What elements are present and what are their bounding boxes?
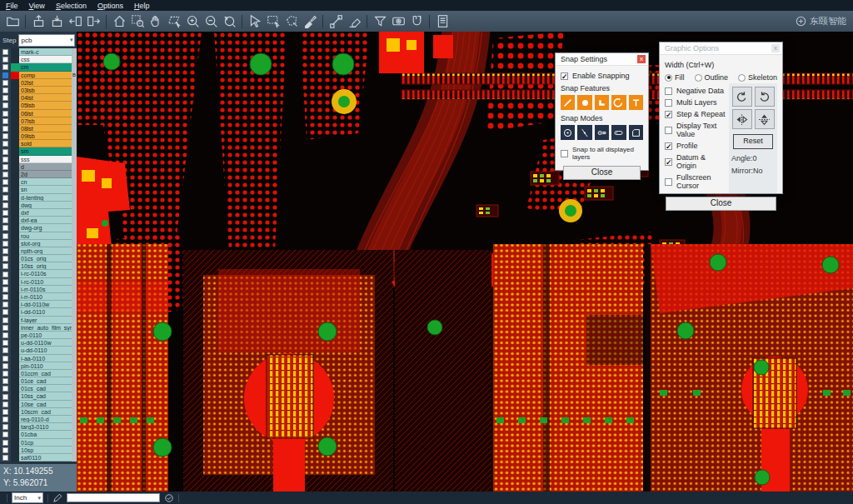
layer-row-01ccm_cad[interactable]: 01ccm_cad bbox=[0, 370, 77, 377]
layer-checkbox[interactable] bbox=[2, 432, 8, 437]
snap-pad-icon[interactable] bbox=[577, 95, 591, 110]
confirm-icon[interactable] bbox=[164, 493, 174, 503]
layer-checkbox[interactable] bbox=[2, 317, 8, 323]
unit-select[interactable]: Inch ▾ bbox=[12, 492, 43, 503]
layer-checkbox[interactable] bbox=[2, 102, 8, 108]
poly-select-icon[interactable] bbox=[282, 12, 301, 30]
layer-row-reg-0110-d[interactable]: reg-0110-d bbox=[0, 416, 77, 423]
layer-checkbox[interactable] bbox=[2, 126, 8, 132]
menu-options[interactable]: Options bbox=[97, 2, 123, 10]
layer-row-sm[interactable]: sm bbox=[0, 147, 77, 155]
layer-checkbox[interactable] bbox=[2, 225, 8, 231]
layer-checkbox[interactable] bbox=[2, 263, 8, 269]
radio-fill[interactable]: Fill bbox=[665, 73, 691, 82]
layer-row-d-tenting[interactable]: d-tenting bbox=[0, 194, 77, 202]
layer-row-dwg-org[interactable]: dwg-org bbox=[0, 224, 77, 232]
snap-line-icon[interactable] bbox=[561, 95, 575, 110]
layer-checkbox[interactable] bbox=[2, 325, 8, 331]
layer-row-pin-0110[interactable]: pin-0110 bbox=[0, 362, 77, 370]
layer-checkbox[interactable] bbox=[2, 179, 8, 185]
report-icon[interactable] bbox=[433, 12, 451, 30]
layer-checkbox[interactable] bbox=[2, 287, 8, 292]
mode-center-icon[interactable] bbox=[561, 125, 575, 140]
command-input[interactable] bbox=[67, 493, 160, 502]
layer-checkbox[interactable] bbox=[2, 309, 8, 315]
layer-row-2d[interactable]: 2d bbox=[0, 171, 77, 178]
rotate-ccw-icon[interactable] bbox=[755, 87, 775, 107]
layer-checkbox[interactable] bbox=[2, 455, 8, 461]
layer-row-i-rr-0110s[interactable]: i-rr-0110s bbox=[0, 286, 77, 293]
layer-checkbox[interactable] bbox=[2, 409, 8, 415]
layer-checkbox[interactable] bbox=[2, 248, 8, 254]
layer-checkbox[interactable] bbox=[2, 57, 8, 62]
layer-row-sn[interactable]: sn bbox=[0, 186, 77, 193]
open-icon[interactable] bbox=[3, 12, 22, 30]
layer-row-08lst[interactable]: 08lst bbox=[0, 125, 77, 132]
layer-row-i-dd-0110[interactable]: i-dd-0110 bbox=[0, 308, 77, 316]
graphic-close-button[interactable]: Close bbox=[666, 197, 776, 211]
area-zoom-icon[interactable] bbox=[165, 12, 183, 30]
layer-row-i-rc-0110[interactable]: i-rc-0110 bbox=[0, 278, 77, 286]
home-icon[interactable] bbox=[110, 12, 128, 30]
radio-outline[interactable]: Outline bbox=[695, 73, 736, 82]
layer-checkbox[interactable] bbox=[2, 64, 8, 70]
layer-checkbox[interactable] bbox=[2, 72, 8, 78]
layer-row-cm[interactable]: cm bbox=[0, 63, 77, 71]
layer-row-09lsb[interactable]: 09lsb bbox=[0, 132, 77, 140]
layer-checkbox[interactable] bbox=[2, 118, 8, 124]
layer-checkbox[interactable] bbox=[2, 371, 8, 377]
layer-checkbox[interactable] bbox=[2, 233, 8, 239]
layer-row-05lsb[interactable]: 05lsb bbox=[0, 102, 77, 109]
layer-row-targ3-0110[interactable]: targ3-0110 bbox=[0, 423, 77, 431]
layer-row-i-aa-0110[interactable]: i-aa-0110 bbox=[0, 355, 77, 362]
menu-view[interactable]: View bbox=[29, 2, 45, 10]
snap-text-icon[interactable] bbox=[629, 95, 643, 110]
layer-checkbox[interactable] bbox=[2, 340, 8, 346]
layer-checkbox[interactable] bbox=[2, 378, 8, 384]
mode-intersection-icon[interactable] bbox=[577, 125, 591, 140]
graphic-dialog-titlebar[interactable]: Graphic Options x bbox=[660, 42, 782, 55]
layer-row-10scm_cad[interactable]: 10scm_cad bbox=[0, 408, 77, 416]
view-prev-icon[interactable] bbox=[66, 12, 84, 30]
layer-row-cn[interactable]: cn bbox=[0, 178, 77, 186]
step-select[interactable]: pcb ▾ bbox=[18, 34, 75, 47]
layer-checkbox[interactable] bbox=[2, 440, 8, 446]
layer-row-sss[interactable]: sss bbox=[0, 156, 77, 163]
layer-checkbox[interactable] bbox=[2, 172, 8, 177]
snap-close-button[interactable]: Close bbox=[563, 166, 641, 180]
mode-slot-open-icon[interactable] bbox=[611, 125, 626, 140]
snap-dialog-titlebar[interactable]: Snap Settings x bbox=[556, 53, 648, 66]
snap-corner-icon[interactable] bbox=[595, 95, 609, 110]
close-icon[interactable]: x bbox=[637, 55, 646, 63]
layer-checkbox[interactable] bbox=[2, 363, 8, 369]
edit-icon[interactable] bbox=[52, 493, 62, 503]
layer-checkbox[interactable] bbox=[2, 164, 8, 170]
layer-row-01ce_cad[interactable]: 01ce_cad bbox=[0, 377, 77, 385]
layer-checkbox[interactable] bbox=[2, 294, 8, 300]
layer-row-rou[interactable]: rou bbox=[0, 232, 77, 240]
layer-row-10ss_orig[interactable]: 10ss_orig bbox=[0, 262, 77, 270]
layer-checkbox[interactable] bbox=[2, 187, 8, 192]
layer-row-dxf-ea[interactable]: dxf-ea bbox=[0, 217, 77, 224]
layer-row-i-dd-0110w[interactable]: i-dd-0110w bbox=[0, 301, 77, 308]
layer-row-i-rc-0110s[interactable]: i-rc-0110s bbox=[0, 270, 77, 277]
layer-row-10ss_cad[interactable]: 10ss_cad bbox=[0, 392, 77, 400]
menu-selection[interactable]: Selection bbox=[56, 2, 87, 10]
layer-checkbox[interactable] bbox=[2, 157, 8, 162]
snap-arc-icon[interactable] bbox=[611, 95, 626, 110]
pointer-icon[interactable] bbox=[246, 12, 264, 30]
layer-row-01cp[interactable]: 01cp bbox=[0, 439, 77, 447]
zoom-reset-icon[interactable] bbox=[220, 12, 238, 30]
layer-checkbox[interactable] bbox=[2, 402, 8, 407]
layer-checkbox[interactable] bbox=[2, 149, 8, 155]
layer-row-slot-org[interactable]: slot-org bbox=[0, 240, 77, 247]
layer-checkbox[interactable] bbox=[2, 256, 8, 262]
layer-row-01cba[interactable]: 01cba bbox=[0, 431, 77, 438]
option-multi-layers[interactable]: Multi Layers bbox=[665, 98, 726, 107]
layer-row-saf0110[interactable]: saf0110 bbox=[0, 454, 77, 462]
export-icon[interactable] bbox=[47, 12, 66, 30]
layer-row-pe-0110[interactable]: pe-0110 bbox=[0, 332, 77, 339]
layer-checkbox[interactable] bbox=[2, 141, 8, 147]
layer-checkbox[interactable] bbox=[2, 447, 8, 453]
layer-row-comp[interactable]: compB bbox=[0, 72, 77, 79]
